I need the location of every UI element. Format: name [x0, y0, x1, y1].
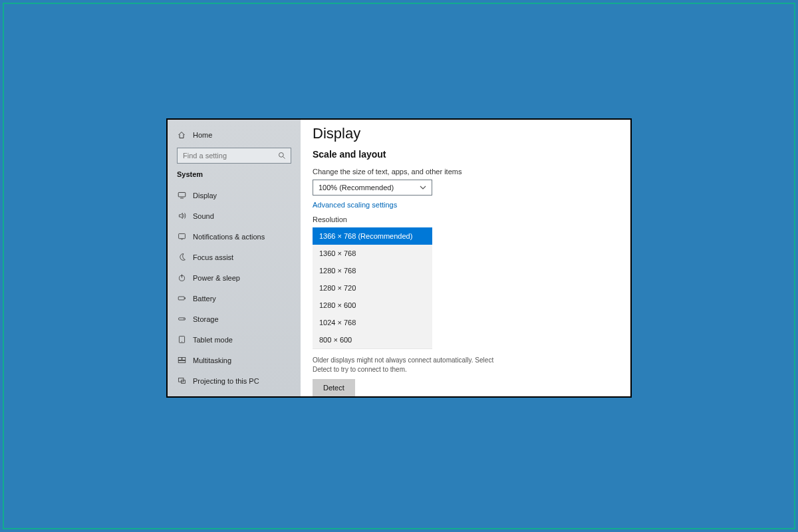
sidebar-item-label: Focus assist	[193, 253, 233, 261]
svg-point-0	[279, 153, 284, 158]
svg-point-10	[184, 319, 184, 319]
resolution-option[interactable]: 800 × 600	[313, 331, 432, 348]
sidebar-home[interactable]: Home	[168, 126, 301, 144]
projecting-icon	[177, 376, 186, 386]
sidebar-item-label: Projecting to this PC	[193, 377, 259, 385]
sidebar-item-label: Notifications & actions	[193, 233, 265, 241]
resolution-option[interactable]: 1280 × 720	[313, 279, 432, 297]
sidebar-home-label: Home	[193, 131, 212, 139]
tablet-icon	[177, 335, 186, 344]
svg-rect-8	[184, 297, 185, 299]
sidebar-item-label: Multitasking	[193, 356, 231, 364]
svg-rect-13	[178, 357, 182, 360]
sidebar: Home System Display Sound	[168, 120, 301, 396]
sidebar-item-projecting[interactable]: Projecting to this PC	[168, 370, 301, 391]
resolution-option[interactable]: 1280 × 600	[313, 297, 432, 314]
detect-button[interactable]: Detect	[313, 379, 355, 396]
page-title: Display	[313, 125, 630, 142]
resolution-label: Resolution	[313, 215, 630, 223]
battery-icon	[177, 294, 186, 303]
svg-rect-15	[178, 360, 186, 362]
sound-icon	[177, 211, 186, 221]
settings-window: Home System Display Sound	[166, 118, 632, 398]
search-field[interactable]	[182, 151, 277, 160]
display-icon	[177, 191, 186, 200]
sidebar-item-display[interactable]: Display	[168, 185, 301, 205]
section-heading: Scale and layout	[313, 149, 630, 160]
sidebar-item-sound[interactable]: Sound	[168, 205, 301, 226]
resolution-option[interactable]: 1366 × 768 (Recommended)	[313, 227, 432, 245]
sidebar-item-label: Tablet mode	[193, 336, 233, 344]
scale-dropdown[interactable]: 100% (Recommended)	[313, 180, 432, 196]
sidebar-heading: System	[168, 170, 301, 178]
sidebar-item-notifications[interactable]: Notifications & actions	[168, 226, 301, 247]
power-icon	[177, 273, 186, 283]
search-input[interactable]	[177, 148, 291, 164]
scale-value: 100% (Recommended)	[319, 184, 394, 192]
multitasking-icon	[177, 356, 186, 365]
sidebar-item-storage[interactable]: Storage	[168, 309, 301, 329]
sidebar-item-multitasking[interactable]: Multitasking	[168, 350, 301, 370]
resolution-option[interactable]: 1280 × 768	[313, 262, 432, 279]
resolution-option[interactable]: 1024 × 768	[313, 314, 432, 331]
svg-point-12	[181, 341, 182, 342]
svg-line-1	[283, 157, 285, 159]
svg-rect-4	[178, 233, 185, 238]
sidebar-item-label: Battery	[193, 295, 216, 303]
home-icon	[177, 130, 186, 140]
sidebar-item-battery[interactable]: Battery	[168, 288, 301, 309]
search-icon	[277, 151, 287, 160]
moon-icon	[177, 253, 186, 262]
svg-rect-14	[182, 357, 185, 360]
svg-rect-2	[178, 192, 186, 197]
sidebar-item-label: Display	[193, 192, 217, 200]
scale-label: Change the size of text, apps, and other…	[313, 168, 630, 176]
advanced-scaling-link[interactable]: Advanced scaling settings	[313, 201, 630, 209]
detect-note: Older displays might not always connect …	[313, 356, 505, 374]
sidebar-item-label: Sound	[193, 212, 214, 220]
notifications-icon	[177, 232, 186, 241]
sidebar-item-power-sleep[interactable]: Power & sleep	[168, 267, 301, 288]
resolution-option[interactable]: 1360 × 768	[313, 245, 432, 262]
svg-rect-7	[178, 297, 184, 300]
sidebar-item-label: Power & sleep	[193, 274, 240, 282]
content-pane: Display Scale and layout Change the size…	[301, 120, 630, 396]
sidebar-item-label: Storage	[193, 315, 219, 323]
resolution-dropdown-open[interactable]: 1366 × 768 (Recommended) 1360 × 768 1280…	[313, 227, 432, 349]
storage-icon	[177, 315, 186, 324]
chevron-down-icon	[420, 184, 426, 191]
sidebar-item-focus-assist[interactable]: Focus assist	[168, 247, 301, 267]
sidebar-item-tablet-mode[interactable]: Tablet mode	[168, 329, 301, 350]
